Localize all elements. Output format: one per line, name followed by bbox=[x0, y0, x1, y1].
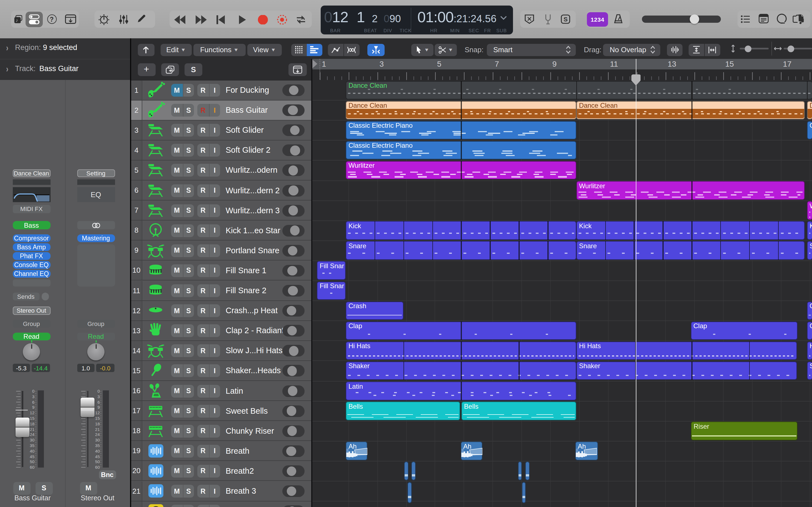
svg-text:S: S bbox=[564, 16, 568, 23]
svg-text:♪: ♪ bbox=[15, 17, 18, 23]
